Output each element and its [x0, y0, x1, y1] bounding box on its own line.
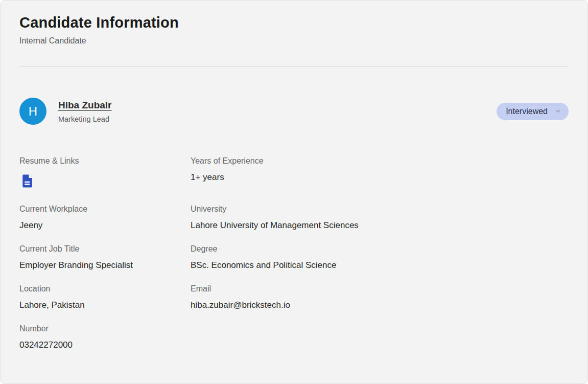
field-label: Number [19, 324, 191, 333]
field-label: Email [191, 284, 569, 293]
profile-row: H Hiba Zubair Marketing Lead Interviewed [19, 98, 569, 125]
field-current-job-title: Current Job Title Employer Branding Spec… [19, 244, 191, 270]
field-value: hiba.zubair@brickstech.io [191, 300, 569, 310]
candidate-information-card: Candidate Information Internal Candidate… [0, 0, 588, 384]
profile-summary: H Hiba Zubair Marketing Lead [19, 98, 112, 125]
field-value: Lahore University of Management Sciences [191, 220, 569, 231]
field-location: Location Lahore, Pakistan [19, 284, 191, 310]
status-label: Interviewed [506, 107, 548, 116]
field-value: BSc. Economics and Political Science [191, 260, 569, 270]
field-label: Resume & Links [19, 156, 191, 166]
field-current-workplace: Current Workplace Jeeny [19, 205, 191, 231]
avatar: H [19, 98, 46, 125]
field-degree: Degree BSc. Economics and Political Scie… [191, 244, 569, 270]
field-university: University Lahore University of Manageme… [191, 205, 569, 231]
divider [19, 66, 569, 67]
field-value: Employer Branding Specialist [19, 260, 191, 270]
candidate-name-link[interactable]: Hiba Zubair [58, 100, 112, 111]
page-subtitle: Internal Candidate [19, 36, 569, 46]
field-years-of-experience: Years of Experience 1+ years [191, 156, 569, 191]
fields-grid: Resume & Links Years of Experience 1+ ye… [19, 156, 569, 350]
field-label: Current Job Title [19, 244, 191, 254]
name-block: Hiba Zubair Marketing Lead [58, 100, 112, 123]
resume-document-icon[interactable] [19, 173, 35, 189]
field-label: Years of Experience [191, 156, 569, 166]
field-number: Number 03242272000 [19, 324, 191, 350]
candidate-role: Marketing Lead [58, 115, 112, 123]
empty-cell [191, 324, 569, 350]
field-value: 03242272000 [19, 340, 191, 350]
field-label: University [191, 205, 569, 214]
field-value: 1+ years [191, 172, 569, 183]
field-label: Current Workplace [19, 205, 191, 214]
field-value: Jeeny [19, 220, 191, 231]
field-email: Email hiba.zubair@brickstech.io [191, 284, 569, 310]
field-value: Lahore, Pakistan [19, 300, 191, 310]
page-title: Candidate Information [19, 1, 569, 31]
field-label: Degree [191, 244, 569, 254]
field-resume-links: Resume & Links [19, 156, 191, 191]
field-label: Location [19, 284, 191, 293]
chevron-down-icon [555, 108, 561, 115]
status-dropdown[interactable]: Interviewed [497, 103, 569, 120]
